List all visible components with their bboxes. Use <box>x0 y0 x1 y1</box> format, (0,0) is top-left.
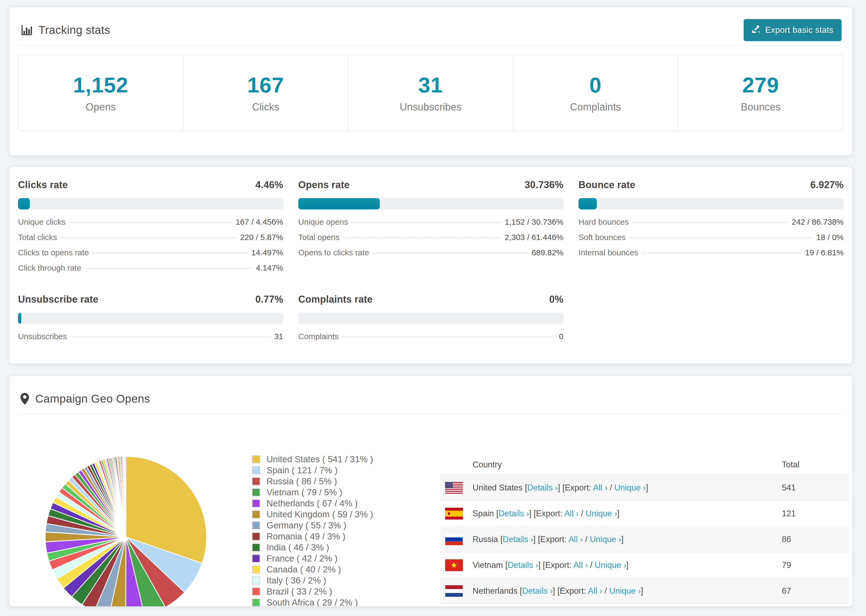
rate-detail-label: Complaints <box>298 332 339 341</box>
rate-detail-row: Unsubscribes31 <box>18 332 283 347</box>
legend-item-india[interactable]: India ( 46 / 3% ) <box>252 542 373 553</box>
rate-detail-row: Total opens2,303 / 61.446% <box>298 233 564 248</box>
country-column-header: Country <box>440 460 782 470</box>
bar-chart-icon <box>20 24 33 36</box>
rate-detail-value: 242 / 86.738% <box>792 217 844 226</box>
legend-swatch-color <box>252 544 260 551</box>
geo-pie-chart[interactable] <box>44 455 208 607</box>
legend-label: Canada ( 40 / 2% ) <box>266 564 341 575</box>
details-link[interactable]: Details › <box>522 586 553 596</box>
export-unique-link[interactable]: Unique › <box>586 509 617 518</box>
rate-block-bounce-rate: Bounce rate6.927%Hard bounces242 / 86.73… <box>578 179 844 279</box>
legend-swatch <box>252 577 260 585</box>
rate-detail-row: Total clicks220 / 5.87% <box>18 233 283 248</box>
stat-value: 279 <box>742 73 779 97</box>
details-link[interactable]: Details › <box>507 560 538 570</box>
legend-swatch-color <box>252 566 260 573</box>
legend-item-brazil[interactable]: Brazil ( 33 / 2% ) <box>252 586 373 597</box>
export-all-link[interactable]: All › <box>593 483 607 492</box>
details-link[interactable]: Details › <box>527 483 558 492</box>
rate-head: Bounce rate6.927% <box>578 179 844 191</box>
rate-value: 30.736% <box>525 179 564 190</box>
legend-item-germany[interactable]: Germany ( 55 / 3% ) <box>252 520 373 531</box>
progress-bar <box>18 313 283 324</box>
export-all-link[interactable]: All › <box>564 509 578 518</box>
geo-content: United States ( 541 / 31% )Spain ( 121 /… <box>9 415 852 603</box>
geo-title: Campaign Geo Opens <box>35 392 150 405</box>
legend-item-vietnam[interactable]: Vietnam ( 79 / 5% ) <box>252 487 373 498</box>
dotted-leader <box>71 337 271 337</box>
legend-swatch-color <box>252 588 260 595</box>
table-row-vn: Vietnam [Details ›] [Export: All › / Uni… <box>440 553 849 578</box>
export-all-link[interactable]: All › <box>573 560 587 570</box>
legend-swatch-color <box>252 555 260 562</box>
legend-item-south-africa[interactable]: South Africa ( 29 / 2% ) <box>252 597 373 607</box>
legend-item-spain[interactable]: Spain ( 121 / 7% ) <box>252 465 373 476</box>
rate-value: 0% <box>549 294 564 305</box>
export-all-link[interactable]: All › <box>588 586 602 596</box>
export-basic-stats-button[interactable]: Export basic stats <box>744 19 842 41</box>
rate-detail-row: Unique clicks167 / 4.456% <box>18 217 283 233</box>
rate-detail-row: Click through rate4.147% <box>18 263 283 279</box>
country-cell: Russia [Details ›] [Export: All › / Uniq… <box>472 534 782 544</box>
legend-item-united-kingdom[interactable]: United Kingdom ( 59 / 3% ) <box>252 509 373 520</box>
legend-label: Spain ( 121 / 7% ) <box>266 465 337 475</box>
rate-title: Clicks rate <box>18 179 68 190</box>
details-link[interactable]: Details › <box>503 534 533 544</box>
rate-value: 0.77% <box>255 294 283 305</box>
country-name: Russia <box>472 534 500 544</box>
us-flag-icon <box>445 482 463 494</box>
legend-swatch <box>252 599 260 607</box>
legend-item-italy[interactable]: Italy ( 36 / 2% ) <box>252 575 373 586</box>
stat-label: Bounces <box>741 101 781 113</box>
dotted-leader <box>629 237 812 238</box>
legend-item-netherlands[interactable]: Netherlands ( 67 / 4% ) <box>252 498 373 509</box>
geo-table: Country Total United States [Details ›] … <box>440 455 849 607</box>
geo-title-wrap: Campaign Geo Opens <box>20 392 150 405</box>
progress-bar <box>298 313 564 324</box>
rate-detail-label: Click through rate <box>18 263 81 272</box>
legend-label: Romania ( 49 / 3% ) <box>266 531 345 542</box>
country-name: Spain <box>472 509 496 518</box>
export-unique-link[interactable]: Unique › <box>609 586 641 596</box>
rate-detail-row: Internal bounces19 / 6.81% <box>578 248 844 263</box>
legend-item-romania[interactable]: Romania ( 49 / 3% ) <box>252 531 373 542</box>
dotted-leader <box>642 253 801 253</box>
export-unique-link[interactable]: Unique › <box>595 560 626 570</box>
details-link[interactable]: Details › <box>499 509 529 518</box>
rate-detail-value: 14.497% <box>252 248 283 257</box>
legend-swatch-color <box>252 456 260 463</box>
legend-swatch <box>252 533 260 541</box>
export-icon <box>752 24 761 36</box>
legend-label: Italy ( 36 / 2% ) <box>266 575 326 586</box>
legend-swatch <box>252 588 260 596</box>
legend-item-france[interactable]: France ( 42 / 2% ) <box>252 553 373 564</box>
stat-label: Opens <box>86 101 116 113</box>
dotted-leader <box>373 253 527 253</box>
legend-item-united-states[interactable]: United States ( 541 / 31% ) <box>252 454 373 465</box>
legend-item-russia[interactable]: Russia ( 86 / 5% ) <box>252 476 373 487</box>
dotted-leader <box>343 237 501 238</box>
rate-detail-value: 4.147% <box>256 263 283 272</box>
dotted-leader <box>69 222 232 223</box>
export-all-link[interactable]: All › <box>568 534 583 544</box>
total-cell: 86 <box>782 534 849 544</box>
rate-detail-value: 220 / 5.87% <box>240 233 283 242</box>
rate-detail-label: Clicks to opens rate <box>18 248 89 257</box>
campaign-geo-opens-card: Campaign Geo Opens United States ( 541 /… <box>9 375 853 607</box>
legend-swatch <box>252 555 260 563</box>
country-cell: Netherlands [Details ›] [Export: All › /… <box>472 586 782 596</box>
progress-bar-fill <box>578 198 597 209</box>
rate-value: 6.927% <box>810 179 844 190</box>
page-title: Tracking stats <box>38 24 110 36</box>
export-unique-link[interactable]: Unique › <box>590 534 621 544</box>
stat-box-clicks: 167Clicks <box>183 55 348 130</box>
legend-swatch-color <box>252 522 260 529</box>
legend-item-canada[interactable]: Canada ( 40 / 2% ) <box>252 564 373 575</box>
country-cell: Vietnam [Details ›] [Export: All › / Uni… <box>472 560 782 570</box>
legend-label: Netherlands ( 67 / 4% ) <box>266 498 358 509</box>
total-column-header: Total <box>782 460 849 470</box>
export-unique-link[interactable]: Unique › <box>614 483 646 492</box>
dotted-leader <box>93 253 247 253</box>
legend-swatch <box>252 499 260 508</box>
